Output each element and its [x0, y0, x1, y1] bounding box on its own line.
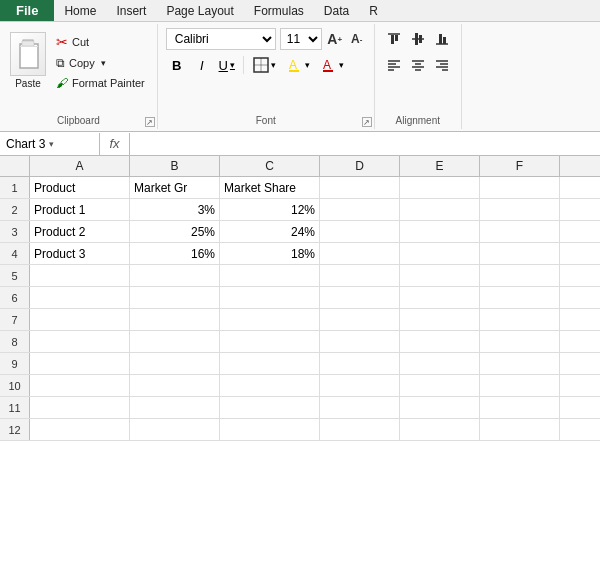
right-align-button[interactable] [431, 54, 453, 76]
clipboard-dialog-launcher[interactable]: ↗ [145, 117, 155, 127]
cell-E8[interactable] [400, 331, 480, 352]
cell-A3[interactable]: Product 2 [30, 221, 130, 242]
cell-C1[interactable]: Market Share [220, 177, 320, 198]
cell-D8[interactable] [320, 331, 400, 352]
cell-E1[interactable] [400, 177, 480, 198]
cell-D4[interactable] [320, 243, 400, 264]
cell-A6[interactable] [30, 287, 130, 308]
cell-C7[interactable] [220, 309, 320, 330]
fx-button[interactable]: fx [100, 133, 130, 155]
italic-button[interactable]: I [191, 54, 213, 76]
cell-D2[interactable] [320, 199, 400, 220]
menu-home[interactable]: Home [54, 0, 106, 21]
cell-F6[interactable] [480, 287, 560, 308]
menu-data[interactable]: Data [314, 0, 359, 21]
cell-D6[interactable] [320, 287, 400, 308]
cell-E12[interactable] [400, 419, 480, 440]
cell-F12[interactable] [480, 419, 560, 440]
font-dialog-launcher[interactable]: ↗ [362, 117, 372, 127]
shrink-font-button[interactable]: A- [348, 30, 366, 48]
cell-B10[interactable] [130, 375, 220, 396]
cell-C2[interactable]: 12% [220, 199, 320, 220]
row-number[interactable]: 4 [0, 243, 30, 264]
file-tab[interactable]: File [0, 0, 54, 21]
cell-C11[interactable] [220, 397, 320, 418]
format-painter-button[interactable]: 🖌 Format Painter [52, 74, 149, 92]
cell-C10[interactable] [220, 375, 320, 396]
cell-A5[interactable] [30, 265, 130, 286]
cell-B1[interactable]: Market Gr [130, 177, 220, 198]
fill-color-button[interactable]: A ▾ [283, 54, 314, 76]
cell-B7[interactable] [130, 309, 220, 330]
row-number[interactable]: 7 [0, 309, 30, 330]
cell-A1[interactable]: Product [30, 177, 130, 198]
cell-B8[interactable] [130, 331, 220, 352]
col-header-F[interactable]: F [480, 156, 560, 176]
cell-C4[interactable]: 18% [220, 243, 320, 264]
cell-F1[interactable] [480, 177, 560, 198]
cell-D7[interactable] [320, 309, 400, 330]
col-header-E[interactable]: E [400, 156, 480, 176]
cell-B12[interactable] [130, 419, 220, 440]
row-number[interactable]: 6 [0, 287, 30, 308]
cell-E2[interactable] [400, 199, 480, 220]
cell-F5[interactable] [480, 265, 560, 286]
cell-C12[interactable] [220, 419, 320, 440]
cell-E3[interactable] [400, 221, 480, 242]
row-number[interactable]: 5 [0, 265, 30, 286]
copy-button[interactable]: ⧉ Copy ▾ [52, 54, 149, 72]
cell-F3[interactable] [480, 221, 560, 242]
cell-D10[interactable] [320, 375, 400, 396]
grow-font-button[interactable]: A+ [326, 30, 344, 48]
menu-page-layout[interactable]: Page Layout [156, 0, 243, 21]
cell-A4[interactable]: Product 3 [30, 243, 130, 264]
cell-A11[interactable] [30, 397, 130, 418]
row-number[interactable]: 3 [0, 221, 30, 242]
cell-C5[interactable] [220, 265, 320, 286]
cell-E5[interactable] [400, 265, 480, 286]
cell-D9[interactable] [320, 353, 400, 374]
cell-E6[interactable] [400, 287, 480, 308]
cell-D1[interactable] [320, 177, 400, 198]
cut-button[interactable]: ✂ Cut [52, 32, 149, 52]
middle-align-button[interactable] [407, 28, 429, 50]
menu-review[interactable]: R [359, 0, 388, 21]
cell-C6[interactable] [220, 287, 320, 308]
bold-button[interactable]: B [166, 54, 188, 76]
name-box-dropdown[interactable]: ▾ [49, 139, 54, 149]
cell-B6[interactable] [130, 287, 220, 308]
cell-B2[interactable]: 3% [130, 199, 220, 220]
cell-A10[interactable] [30, 375, 130, 396]
row-number[interactable]: 9 [0, 353, 30, 374]
cell-F4[interactable] [480, 243, 560, 264]
left-align-button[interactable] [383, 54, 405, 76]
row-number[interactable]: 1 [0, 177, 30, 198]
col-header-A[interactable]: A [30, 156, 130, 176]
cell-C8[interactable] [220, 331, 320, 352]
cell-D5[interactable] [320, 265, 400, 286]
paste-button[interactable]: Paste [4, 28, 52, 93]
name-box[interactable]: Chart 3 ▾ [0, 133, 100, 155]
cell-F8[interactable] [480, 331, 560, 352]
cell-E11[interactable] [400, 397, 480, 418]
bottom-align-button[interactable] [431, 28, 453, 50]
cell-A2[interactable]: Product 1 [30, 199, 130, 220]
cell-F2[interactable] [480, 199, 560, 220]
cell-D11[interactable] [320, 397, 400, 418]
font-name-select[interactable]: Calibri [166, 28, 276, 50]
col-header-C[interactable]: C [220, 156, 320, 176]
row-number[interactable]: 10 [0, 375, 30, 396]
row-number[interactable]: 12 [0, 419, 30, 440]
cell-E4[interactable] [400, 243, 480, 264]
cell-F9[interactable] [480, 353, 560, 374]
cell-C3[interactable]: 24% [220, 221, 320, 242]
cell-E7[interactable] [400, 309, 480, 330]
menu-insert[interactable]: Insert [106, 0, 156, 21]
cell-D12[interactable] [320, 419, 400, 440]
cell-A8[interactable] [30, 331, 130, 352]
row-number[interactable]: 8 [0, 331, 30, 352]
cell-A12[interactable] [30, 419, 130, 440]
cell-B9[interactable] [130, 353, 220, 374]
cell-D3[interactable] [320, 221, 400, 242]
cell-E10[interactable] [400, 375, 480, 396]
